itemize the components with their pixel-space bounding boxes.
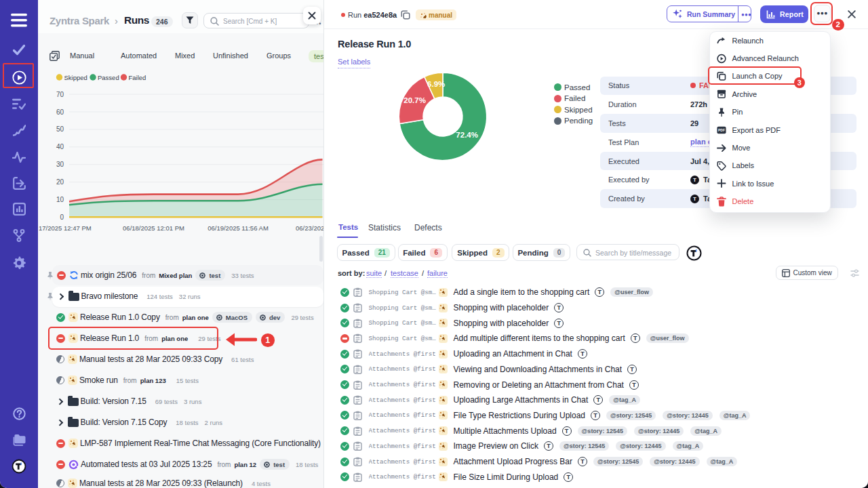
svg-text:06/19/2025 11:56 AM: 06/19/2025 11:56 AM [208,224,269,232]
svg-text:0: 0 [60,214,64,221]
svg-text:06/18/2025 12:01 PM: 06/18/2025 12:01 PM [123,224,184,232]
svg-text:70: 70 [56,91,64,98]
svg-text:06/23/202: 06/23/202 [296,224,323,232]
svg-text:PDF: PDF [718,129,725,132]
svg-text:6.9%: 6.9% [427,80,445,88]
svg-text:10: 10 [56,196,64,203]
svg-text:Failed: Failed [129,74,146,81]
svg-text:Passed: Passed [98,74,119,81]
svg-text:30: 30 [56,161,64,168]
svg-text:20.7%: 20.7% [403,96,426,104]
svg-text:Skipped: Skipped [64,74,87,81]
svg-text:20: 20 [56,178,64,186]
svg-text:72.4%: 72.4% [456,131,478,139]
svg-text:17/2025 12:47 PM: 17/2025 12:47 PM [39,224,92,232]
svg-text:50: 50 [56,125,64,133]
svg-text:40: 40 [56,143,64,150]
svg-text:60: 60 [56,108,64,116]
